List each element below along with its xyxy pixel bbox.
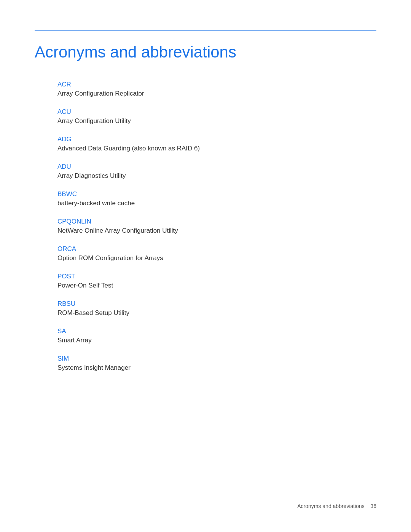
acronym-term: POST [57, 273, 376, 280]
acronym-entry: ACRArray Configuration Replicator [57, 81, 376, 97]
acronym-entry: ADUArray Diagnostics Utility [57, 163, 376, 180]
footer-page-number: 36 [370, 503, 376, 509]
acronym-term: CPQONLIN [57, 218, 376, 225]
acronym-definition: Systems Insight Manager [57, 364, 376, 372]
acronym-definition: Advanced Data Guarding (also known as RA… [57, 145, 376, 152]
acronym-entry: BBWCbattery-backed write cache [57, 190, 376, 207]
acronym-list: ACRArray Configuration ReplicatorACUArra… [57, 81, 376, 372]
acronym-term: SA [57, 328, 376, 335]
acronym-term: RBSU [57, 300, 376, 308]
acronym-entry: CPQONLINNetWare Online Array Configurati… [57, 218, 376, 235]
acronym-term: SIM [57, 355, 376, 363]
acronym-definition: battery-backed write cache [57, 200, 376, 207]
acronym-entry: ADGAdvanced Data Guarding (also known as… [57, 136, 376, 152]
acronym-definition: Power-On Self Test [57, 282, 376, 289]
acronym-term: BBWC [57, 190, 376, 198]
acronym-definition: ROM-Based Setup Utility [57, 309, 376, 317]
acronym-entry: POSTPower-On Self Test [57, 273, 376, 289]
acronym-entry: ACUArray Configuration Utility [57, 108, 376, 125]
acronym-definition: Option ROM Configuration for Arrays [57, 254, 376, 262]
acronym-term: ORCA [57, 245, 376, 253]
acronym-definition: NetWare Online Array Configuration Utili… [57, 227, 376, 235]
page-title: Acronyms and abbreviations [35, 43, 376, 62]
acronym-definition: Smart Array [57, 337, 376, 344]
acronym-term: ACU [57, 108, 376, 116]
acronym-term: ADU [57, 163, 376, 171]
acronym-definition: Array Configuration Replicator [57, 90, 376, 97]
footer: Acronyms and abbreviations 36 [297, 503, 376, 509]
page: Acronyms and abbreviations ACRArray Conf… [0, 0, 411, 532]
acronym-definition: Array Diagnostics Utility [57, 172, 376, 180]
acronym-term: ACR [57, 81, 376, 88]
top-rule [35, 30, 376, 31]
acronym-entry: SIMSystems Insight Manager [57, 355, 376, 372]
footer-text: Acronyms and abbreviations [297, 503, 365, 509]
acronym-entry: ORCAOption ROM Configuration for Arrays [57, 245, 376, 262]
acronym-term: ADG [57, 136, 376, 143]
acronym-definition: Array Configuration Utility [57, 117, 376, 125]
acronym-entry: SASmart Array [57, 328, 376, 344]
acronym-entry: RBSUROM-Based Setup Utility [57, 300, 376, 317]
